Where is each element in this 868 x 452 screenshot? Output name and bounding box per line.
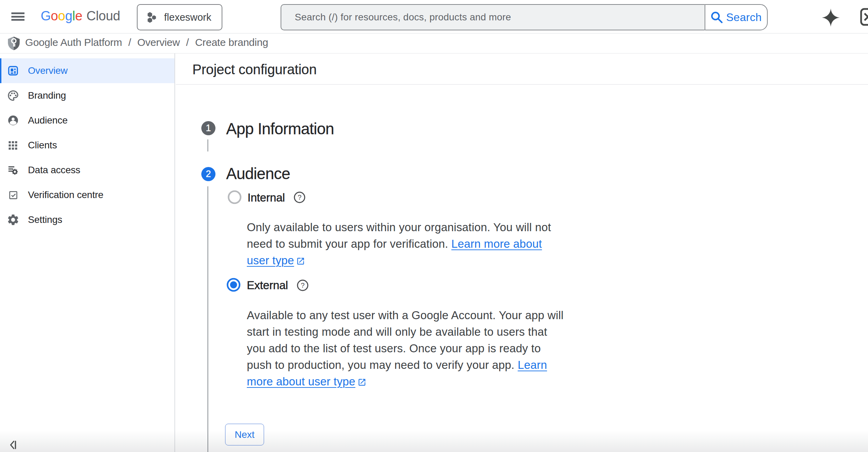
- svg-text:?: ?: [297, 194, 301, 201]
- svg-text:?: ?: [301, 282, 304, 289]
